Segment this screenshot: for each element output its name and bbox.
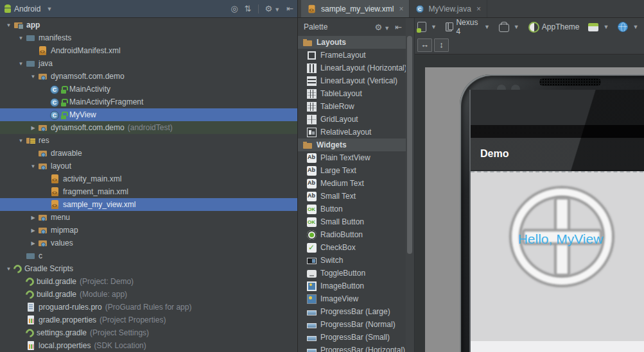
- collapse-arrow-icon[interactable]: ▶: [28, 125, 38, 131]
- w-switch-icon: [307, 258, 317, 264]
- lay-linv-icon: [307, 76, 317, 86]
- palette-item-tablerow[interactable]: TableRow: [298, 100, 406, 113]
- tree-item-build-gradle-module-app[interactable]: build.gradle(Module: app): [0, 288, 297, 301]
- resize-horizontal-button[interactable]: ↔: [417, 38, 432, 52]
- hide-panel-icon[interactable]: ⇤: [286, 4, 293, 13]
- tree-item-res[interactable]: ▼res: [0, 134, 297, 147]
- close-tab-icon[interactable]: ×: [476, 4, 481, 13]
- tree-item-androidmanifest-xml[interactable]: AndroidManifest.xml: [0, 44, 297, 57]
- collapse-arrow-icon[interactable]: ▶: [28, 215, 38, 221]
- expand-arrow-icon[interactable]: ▼: [4, 22, 13, 28]
- palette-section-label: Widgets: [317, 140, 347, 149]
- palette-item-label: ToggleButton: [320, 269, 365, 278]
- tree-item-proguard-rules-pro-proguard-rules-for-app[interactable]: proguard-rules.pro(ProGuard Rules for ap…: [0, 301, 297, 314]
- palette-item-framelayout[interactable]: FrameLayout: [298, 49, 406, 62]
- palette-item-imagebutton[interactable]: ImageButton: [298, 280, 406, 292]
- palette-item-radiobutton[interactable]: RadioButton: [298, 228, 406, 241]
- device-config-button[interactable]: ▼: [417, 22, 437, 32]
- tab-label: sample_my_view.xml: [321, 4, 394, 13]
- expand-arrow-icon[interactable]: ▼: [16, 35, 26, 41]
- tab-sample-my-view-xml[interactable]: sample_my_view.xml ×: [301, 0, 410, 17]
- close-tab-icon[interactable]: ×: [399, 4, 403, 13]
- design-canvas[interactable]: Demo Hello, MyView: [415, 54, 644, 352]
- layout-preview-content[interactable]: Hello, MyView: [471, 171, 644, 341]
- palette-item-linearlayout-vertical[interactable]: LinearLayout (Vertical): [298, 74, 406, 87]
- collapse-all-icon[interactable]: ⇅: [245, 4, 252, 13]
- expand-arrow-icon[interactable]: ▼: [28, 74, 38, 80]
- palette-item-large-text[interactable]: Large Text: [298, 164, 406, 177]
- tree-item-myview[interactable]: CMyView: [0, 108, 297, 121]
- palette-item-relativelayout[interactable]: RelativeLayout: [298, 126, 406, 138]
- device-select-button[interactable]: Nexus 4 ▼: [446, 18, 490, 36]
- expand-arrow-icon[interactable]: ▼: [16, 61, 26, 67]
- tab-myview-java[interactable]: C MyView.java ×: [410, 0, 487, 17]
- palette-item-label: Plain TextView: [320, 153, 370, 162]
- tree-item-layout[interactable]: ▼layout: [0, 160, 297, 172]
- collapse-arrow-icon[interactable]: ▶: [28, 240, 38, 246]
- w-radio-icon: [307, 230, 317, 240]
- palette-item-button[interactable]: Button: [298, 203, 406, 215]
- tree-item-local-properties-sdk-location[interactable]: local.properties(SDK Location): [0, 339, 297, 352]
- palette-item-small-button[interactable]: Small Button: [298, 215, 406, 228]
- tree-item-settings-gradle-project-settings[interactable]: settings.gradle(Project Settings): [0, 326, 297, 339]
- orientation-button[interactable]: ▼: [499, 22, 519, 32]
- palette-section-layouts[interactable]: Layouts: [298, 36, 406, 49]
- palette-scrollbar-thumb[interactable]: [407, 36, 412, 254]
- tree-item-gradle-properties-project-properties[interactable]: gradle.properties(Project Properties): [0, 314, 297, 326]
- tree-item-gradle-scripts[interactable]: ▼Gradle Scripts: [0, 262, 297, 275]
- project-view-selector[interactable]: Android: [14, 4, 40, 13]
- tree-item-mipmap[interactable]: ▶mipmap: [0, 224, 297, 237]
- palette-item-togglebutton[interactable]: ToggleButton: [298, 267, 406, 280]
- palette-item-switch[interactable]: Switch: [298, 254, 406, 267]
- palette-item-tablelayout[interactable]: TableLayout: [298, 87, 406, 100]
- tree-item-dynamsoft-com-demo-androidtest[interactable]: ▶dynamsoft.com.demo(androidTest): [0, 121, 297, 134]
- theme-button[interactable]: AppTheme: [528, 22, 580, 33]
- tree-item-c[interactable]: c: [0, 249, 297, 262]
- palette-item-label: Large Text: [320, 166, 356, 175]
- tree-item-values[interactable]: ▶values: [0, 237, 297, 249]
- palette-gear-icon[interactable]: ⚙▼: [375, 22, 390, 32]
- tree-item-menu[interactable]: ▶menu: [0, 211, 297, 224]
- tree-item-annotation: (Project Properties): [100, 315, 166, 324]
- palette-item-progressbar-large[interactable]: ProgressBar (Large): [298, 305, 406, 318]
- class-icon: C: [50, 111, 59, 120]
- tree-item-mainactivity[interactable]: CMainActivity: [0, 83, 297, 96]
- project-view-header[interactable]: Android ▼ ◎ ⇅ ⚙▼ ⇤: [0, 0, 297, 18]
- palette-item-progressbar-normal[interactable]: ProgressBar (Normal): [298, 318, 406, 331]
- phone-screen[interactable]: Demo Hello, MyView: [471, 90, 644, 352]
- palette-item-small-text[interactable]: Small Text: [298, 190, 406, 203]
- palette-item-progressbar-small[interactable]: ProgressBar (Small): [298, 331, 406, 344]
- tree-item-sample-my-view-xml[interactable]: sample_my_view.xml: [0, 198, 297, 211]
- expand-arrow-icon[interactable]: ▼: [28, 163, 38, 169]
- tree-item-activity-main-xml[interactable]: activity_main.xml: [0, 172, 297, 185]
- tree-item-java[interactable]: ▼java: [0, 57, 297, 70]
- locale-button[interactable]: ▼: [618, 22, 638, 32]
- settings-gear-icon[interactable]: ⚙▼: [265, 4, 281, 13]
- palette-item-plain-textview[interactable]: Plain TextView: [298, 151, 406, 164]
- locate-file-icon[interactable]: ◎: [231, 4, 238, 13]
- palette-item-gridlayout[interactable]: GridLayout: [298, 113, 406, 126]
- palette-item-progressbar-horizontal[interactable]: ProgressBar (Horizontal): [298, 344, 406, 352]
- tree-item-drawable[interactable]: drawable: [0, 147, 297, 160]
- lay-frame-icon: [308, 51, 316, 60]
- palette-item-imageview[interactable]: ImageView: [298, 292, 406, 305]
- tree-item-manifests[interactable]: ▼manifests: [0, 31, 297, 44]
- expand-arrow-icon[interactable]: ▼: [16, 138, 26, 144]
- tree-item-build-gradle-project-demo[interactable]: build.gradle(Project: Demo): [0, 275, 297, 288]
- expand-arrow-icon[interactable]: ▼: [4, 266, 13, 272]
- tree-item-dynamsoft-com-demo[interactable]: ▼dynamsoft.com.demo: [0, 70, 297, 83]
- tree-item-fragment-main-xml[interactable]: fragment_main.xml: [0, 185, 297, 198]
- palette-item-medium-text[interactable]: Medium Text: [298, 177, 406, 190]
- palette-section-widgets[interactable]: Widgets: [298, 138, 406, 151]
- collapse-arrow-icon[interactable]: ▶: [28, 228, 38, 233]
- tree-item-app[interactable]: ▼app: [0, 19, 297, 31]
- toolbar-separator: [258, 4, 259, 13]
- palette-item-linearlayout-horizontal[interactable]: LinearLayout (Horizontal): [298, 62, 406, 74]
- resize-vertical-button[interactable]: ↕: [434, 38, 449, 52]
- layout-variant-button[interactable]: ▼: [588, 23, 609, 31]
- tree-item-mainactivityfragment[interactable]: CMainActivityFragment: [0, 96, 297, 108]
- palette-item-checkbox[interactable]: CheckBox: [298, 241, 406, 254]
- file-text-icon: [26, 302, 36, 312]
- chevron-down-icon[interactable]: ▼: [46, 6, 52, 12]
- palette-dock-icon[interactable]: ⇤: [395, 22, 402, 32]
